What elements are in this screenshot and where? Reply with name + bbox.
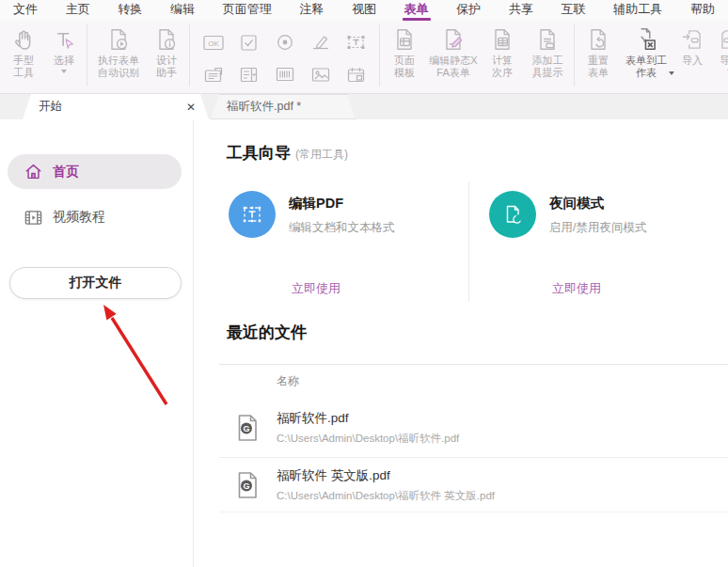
close-tab-icon[interactable]: ✕: [186, 101, 196, 114]
select-tool-button[interactable]: 选择: [45, 24, 83, 73]
date-field-icon[interactable]: [344, 64, 369, 85]
card-description: 编辑文档和文本格式: [289, 220, 395, 236]
ribbon-group-form-data: 重置表单 表单到工作表: [575, 24, 728, 87]
menu-comment[interactable]: 注释: [299, 0, 324, 21]
import-button[interactable]: 导入: [674, 24, 710, 67]
menu-accessibility[interactable]: 辅助工具: [613, 0, 662, 21]
svg-text:G: G: [243, 480, 249, 490]
text-field-icon[interactable]: [344, 32, 369, 53]
form-ribbon: 手型工具 选择: [0, 21, 728, 94]
form-recognition-icon: [105, 24, 132, 55]
menu-file[interactable]: 文件: [13, 0, 38, 21]
import-icon: [679, 24, 705, 55]
ribbon-group-form-fields: OK: [190, 24, 380, 87]
run-form-auto-recognition-button[interactable]: 执行表单自动识别: [91, 24, 146, 79]
barcode-field-icon[interactable]: [273, 64, 297, 85]
page-template-icon: [391, 24, 418, 55]
ribbon-group-recognition: 执行表单自动识别 设计助手: [87, 24, 190, 87]
svg-text:G: G: [243, 423, 249, 433]
radio-button-field-icon[interactable]: [273, 32, 297, 53]
export-icon: [717, 24, 728, 55]
tool-wizard-title: 工具向导(常用工具): [227, 142, 348, 164]
tab-start[interactable]: 开始 ✕: [23, 94, 209, 119]
night-mode-icon: [489, 191, 536, 238]
image-field-icon[interactable]: [309, 64, 333, 85]
calculation-order-icon: [489, 24, 515, 55]
recent-files-title: 最近的文件: [227, 322, 307, 343]
file-path: C:\Users\Admin\Desktop\福昕软件 英文版.pdf: [277, 489, 495, 503]
name-column-header: 名称: [219, 365, 728, 398]
home-icon: [24, 162, 43, 181]
use-now-link-night-mode[interactable]: 立即使用: [487, 280, 666, 297]
menu-share[interactable]: 共享: [509, 0, 533, 21]
start-page-sidebar: 首页 视频教程 打开文件: [0, 119, 194, 567]
card-divider: [468, 181, 469, 302]
chevron-down-icon: [669, 71, 674, 75]
document-tab-bar: 开始 ✕ 福昕软件.pdf *: [0, 94, 728, 119]
check-box-field-icon[interactable]: [237, 32, 261, 53]
start-page-content: 工具向导(常用工具) 编辑PDF 编辑文档和文本格式 立即使用: [195, 119, 728, 567]
form-to-sheet-button[interactable]: 表单到工作表: [620, 24, 673, 79]
svg-text:OK: OK: [208, 39, 219, 48]
sidebar-item-video-tutorials[interactable]: 视频教程: [8, 202, 182, 232]
hand-tool-button[interactable]: 手型工具: [4, 24, 43, 79]
menu-home[interactable]: 主页: [66, 0, 90, 21]
tab-document[interactable]: 福昕软件.pdf *: [211, 94, 356, 119]
edit-static-xfa-button[interactable]: 编辑静态XFA表单: [427, 24, 480, 79]
tool-card-edit-pdf[interactable]: 编辑PDF 编辑文档和文本格式 立即使用: [227, 181, 467, 302]
list-box-field-icon[interactable]: [201, 64, 226, 85]
card-description: 启用/禁用夜间模式: [549, 220, 646, 236]
menu-view[interactable]: 视图: [352, 0, 376, 21]
recent-file-row[interactable]: G 福昕软件 英文版.pdf C:\Users\Admin\Desktop\福昕…: [219, 458, 728, 512]
menu-page-management[interactable]: 页面管理: [223, 0, 272, 21]
push-button-field-icon[interactable]: OK: [201, 32, 226, 53]
menu-help[interactable]: 帮助: [690, 0, 715, 21]
use-now-link-edit-pdf[interactable]: 立即使用: [227, 280, 405, 297]
tool-wizard-subtitle: (常用工具): [295, 148, 348, 161]
foxit-form-tab-window: 文件 主页 转换 编辑 页面管理 注释 视图 表单 保护 共享 互联 辅助工具 …: [0, 0, 728, 567]
page-template-button[interactable]: 页面模板: [384, 24, 425, 79]
form-to-sheet-icon: [633, 24, 659, 55]
hand-icon: [11, 24, 37, 55]
pdf-file-icon: G: [236, 414, 259, 442]
menu-form-active[interactable]: 表单: [404, 0, 429, 21]
select-annotation-icon: [52, 24, 77, 55]
pdf-file-icon: G: [236, 471, 259, 499]
ribbon-group-form-edit: 页面模板 编辑静态XFA表单 计算次序: [380, 24, 575, 87]
video-tutorial-icon: [24, 208, 43, 228]
menu-edit[interactable]: 编辑: [170, 0, 195, 21]
file-name: 福昕软件.pdf: [277, 410, 459, 427]
tool-card-night-mode[interactable]: 夜间模式 启用/禁用夜间模式 立即使用: [487, 181, 726, 302]
design-assistant-icon: [153, 24, 180, 55]
combo-box-field-icon[interactable]: [237, 64, 261, 85]
open-file-button[interactable]: 打开文件: [9, 267, 182, 299]
recent-file-row[interactable]: G 福昕软件.pdf C:\Users\Admin\Desktop\福昕软件.p…: [219, 398, 728, 458]
file-name: 福昕软件 英文版.pdf: [277, 467, 495, 484]
add-tooltips-button[interactable]: 添加工具提示: [525, 24, 570, 79]
signature-field-icon[interactable]: [309, 32, 333, 53]
menu-connect[interactable]: 互联: [562, 0, 586, 21]
card-title: 夜间模式: [549, 195, 604, 213]
calculation-order-button[interactable]: 计算次序: [482, 24, 523, 79]
export-button[interactable]: 导出: [712, 24, 728, 73]
edit-pdf-icon: [229, 191, 276, 238]
add-tooltips-icon: [534, 24, 561, 55]
sidebar-item-home[interactable]: 首页: [8, 154, 182, 189]
menu-bar: 文件 主页 转换 编辑 页面管理 注释 视图 表单 保护 共享 互联 辅助工具 …: [0, 0, 728, 21]
card-title: 编辑PDF: [289, 195, 343, 213]
file-path: C:\Users\Admin\Desktop\福昕软件.pdf: [277, 432, 459, 446]
recent-files-table: 名称 G 福昕软件.pdf C:\Users\Admin\Desktop\福昕软…: [219, 364, 728, 512]
ribbon-group-tools: 手型工具 选择: [0, 24, 87, 87]
reset-form-button[interactable]: 重置表单: [578, 24, 618, 79]
menu-convert[interactable]: 转换: [118, 0, 142, 21]
design-assistant-button[interactable]: 设计助手: [148, 24, 185, 79]
reset-form-icon: [585, 24, 611, 55]
chevron-down-icon: [61, 70, 67, 73]
menu-protect[interactable]: 保护: [456, 0, 481, 21]
edit-xfa-icon: [440, 24, 467, 55]
